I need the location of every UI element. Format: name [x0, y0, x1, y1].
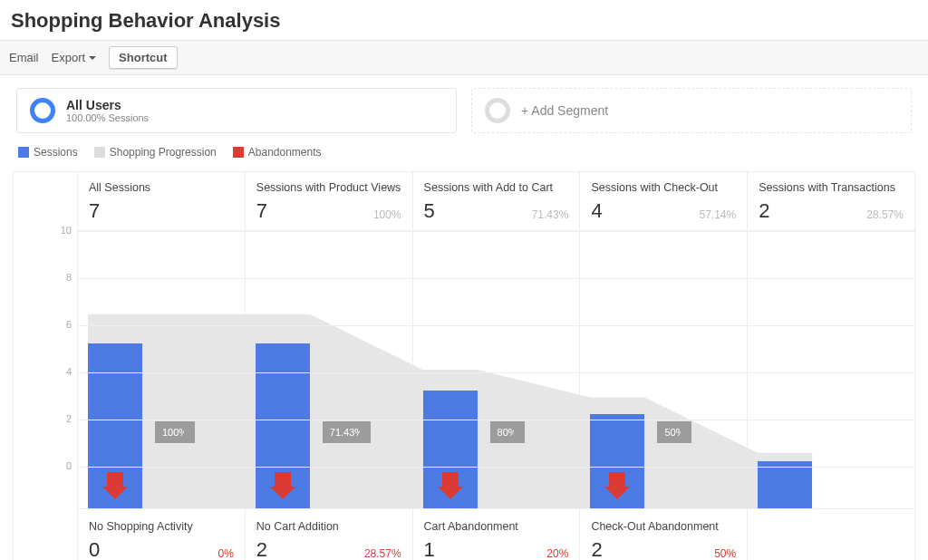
- segment-all-users[interactable]: All Users 100.00% Sessions: [16, 88, 457, 133]
- page-title: Shopping Behavior Analysis: [11, 9, 928, 33]
- export-menu[interactable]: Export: [52, 51, 97, 64]
- y-tick: 4: [66, 366, 72, 377]
- stage-title: Sessions with Check-Out: [591, 181, 736, 194]
- stage-pct: 71.43%: [532, 208, 569, 221]
- abandon-pct: 0%: [218, 547, 233, 560]
- abandon-arrow-icon: [604, 472, 630, 499]
- stage-title: Sessions with Product Views: [256, 181, 401, 194]
- legend-label-sessions: Sessions: [34, 146, 78, 159]
- y-tick: 0: [66, 460, 72, 471]
- email-button[interactable]: Email: [9, 51, 39, 64]
- abandon-cell[interactable]: Check-Out Abandonment250%: [579, 508, 747, 560]
- shortcut-button[interactable]: Shortcut: [109, 46, 177, 69]
- stage-header[interactable]: Sessions with Transactions228.57%: [747, 172, 914, 230]
- stage-pct: 57.14%: [699, 208, 736, 221]
- stage-pct: 100%: [373, 208, 401, 221]
- legend-label-progression: Shopping Progression: [110, 146, 217, 159]
- y-tick: 6: [66, 319, 72, 330]
- legend-swatch-progression: [94, 147, 105, 158]
- stage-value: 7: [89, 199, 234, 223]
- stage-title: Sessions with Add to Cart: [424, 181, 569, 194]
- progression-tag: 50%: [657, 421, 691, 443]
- abandon-title: No Shopping Activity: [89, 520, 234, 533]
- stage-header[interactable]: Sessions with Product Views7100%: [245, 172, 412, 230]
- report-toolbar: Email Export Shortcut: [0, 40, 928, 75]
- segment-title: All Users: [66, 98, 149, 112]
- y-tick: 2: [66, 413, 72, 424]
- stage-header[interactable]: Sessions with Add to Cart571.43%: [412, 172, 580, 230]
- stage-title: All Sessions: [89, 181, 234, 194]
- abandon-pct: 50%: [714, 547, 736, 560]
- abandon-title: No Cart Addition: [256, 520, 401, 533]
- legend-label-abandonments: Abandonments: [248, 146, 322, 159]
- legend-swatch-abandonments: [233, 147, 244, 158]
- progression-tag: 71.43%: [323, 421, 371, 443]
- segment-chip-icon: [30, 98, 55, 123]
- abandon-cell-empty: [747, 508, 914, 560]
- session-bar[interactable]: [758, 461, 812, 508]
- y-axis: 0246810: [14, 230, 77, 466]
- plot-area: 100%71.43%80%50%: [77, 230, 914, 508]
- chart-legend: Sessions Shopping Progression Abandonmen…: [0, 146, 928, 164]
- y-tick: 10: [61, 225, 72, 236]
- y-tick: 8: [66, 272, 72, 283]
- abandon-cell[interactable]: No Shopping Activity00%: [77, 508, 245, 560]
- legend-swatch-sessions: [18, 147, 29, 158]
- stage-header[interactable]: Sessions with Check-Out457.14%: [579, 172, 747, 230]
- add-segment-icon: [485, 98, 510, 123]
- abandon-arrow-icon: [270, 472, 295, 499]
- add-segment-label: + Add Segment: [521, 103, 608, 118]
- abandon-value: 0: [89, 538, 234, 560]
- abandon-cell[interactable]: No Cart Addition228.57%: [245, 508, 412, 560]
- abandon-arrow-icon: [438, 472, 463, 499]
- progression-tag: 80%: [490, 421, 525, 443]
- abandon-title: Check-Out Abandonment: [591, 520, 736, 533]
- abandon-cell[interactable]: Cart Abandonment120%: [412, 508, 580, 560]
- abandon-title: Cart Abandonment: [424, 520, 569, 533]
- add-segment-button[interactable]: + Add Segment: [471, 88, 912, 133]
- abandon-pct: 28.57%: [364, 547, 401, 560]
- stage-header[interactable]: All Sessions7: [77, 172, 245, 230]
- funnel-chart: All Sessions7Sessions with Product Views…: [13, 171, 915, 560]
- progression-tag: 100%: [155, 421, 195, 443]
- segment-subtitle: 100.00% Sessions: [66, 112, 149, 123]
- stage-title: Sessions with Transactions: [759, 181, 904, 194]
- abandon-pct: 20%: [546, 547, 568, 560]
- stage-pct: 28.57%: [866, 208, 904, 221]
- abandon-arrow-icon: [102, 472, 128, 499]
